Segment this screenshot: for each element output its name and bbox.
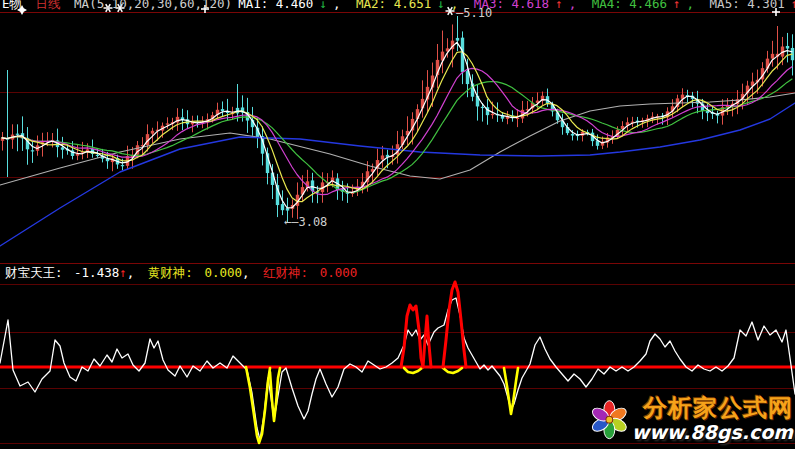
ma3-readout: MA3: 4.618↑, — [474, 0, 590, 11]
ma2-readout: MA2: 4.651↓, — [356, 0, 472, 11]
separator: , — [127, 265, 135, 280]
ma2-trend-arrow-icon: ↓ — [437, 0, 445, 11]
indicator-value: -1.438 — [74, 265, 119, 280]
indicator-name: 财宝天王: — [5, 265, 63, 280]
indicator-header: 财宝天王: -1.438↑, 黄财神: 0.000, 红财神: 0.000 — [5, 266, 357, 280]
watermark-url: www.88gs.com — [632, 421, 793, 443]
watermark: 分析家公式网 www.88gs.com — [591, 391, 793, 447]
separator: , — [242, 265, 250, 280]
ma3-trend-arrow-icon: ↑ — [555, 0, 563, 11]
app-window: E物 日线 MA(5,10,20,30,60,120)MA1: 4.460↓, … — [0, 0, 795, 449]
yellow-series-value: 0.000 — [204, 265, 242, 280]
red-series-value: 0.000 — [320, 265, 358, 280]
ma1-trend-arrow-icon: ↓ — [319, 0, 327, 11]
chart-canvas[interactable] — [0, 0, 795, 449]
ma-spec-label: MA(5,10,20,30,60,120) — [74, 0, 232, 11]
ma5-readout: MA5: 4.301↑, — [710, 0, 795, 11]
ma4-trend-arrow-icon: ↑ — [673, 0, 681, 11]
yellow-series-name: 黄财神: — [148, 265, 193, 280]
ma1-readout: MA1: 4.460↓, — [238, 0, 354, 11]
watermark-site-name: 分析家公式网 — [643, 395, 793, 421]
ma4-readout: MA4: 4.466↑, — [592, 0, 708, 11]
period-label[interactable]: 日线 — [36, 0, 61, 11]
red-series-name: 红财神: — [263, 265, 308, 280]
ma5-trend-arrow-icon: ↑ — [791, 0, 795, 11]
flower-logo-icon — [591, 392, 628, 446]
main-chart-header: E物 日线 MA(5,10,20,30,60,120)MA1: 4.460↓, … — [2, 0, 795, 11]
price-low-annotation: ←—3.08 — [284, 215, 327, 229]
ma-values-list: MA1: 4.460↓, MA2: 4.651↓, MA3: 4.618↑, M… — [238, 0, 795, 11]
indicator-arrow-icon: ↑ — [119, 265, 127, 280]
stock-name: E物 — [2, 0, 22, 11]
